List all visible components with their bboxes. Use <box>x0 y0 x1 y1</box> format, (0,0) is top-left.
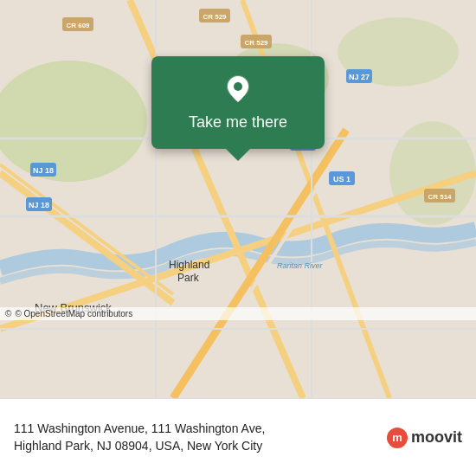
svg-text:US 1: US 1 <box>333 175 351 183</box>
address-text: 111 Washington Avenue, 111 Washington Av… <box>14 421 376 454</box>
moovit-text: moovit <box>411 428 462 447</box>
info-bar: 111 Washington Avenue, 111 Washington Av… <box>0 398 476 476</box>
svg-text:CR 529: CR 529 <box>244 39 268 47</box>
svg-text:NJ 18: NJ 18 <box>33 166 54 175</box>
svg-text:Highland: Highland <box>169 259 209 271</box>
copyright-icon: © <box>5 309 11 318</box>
svg-point-4 <box>389 121 476 225</box>
moovit-logo: m moovit <box>387 428 462 448</box>
svg-text:NJ 18: NJ 18 <box>29 201 49 209</box>
address-line1: 111 Washington Avenue, 111 Washington Av… <box>14 421 265 435</box>
svg-text:Raritan River: Raritan River <box>277 261 324 270</box>
popup-label: Take me there <box>189 113 287 132</box>
moovit-m-icon: m <box>387 428 408 448</box>
attribution-text: © OpenStreetMap contributors <box>15 309 132 318</box>
svg-text:NJ 27: NJ 27 <box>349 73 370 81</box>
svg-text:CR 609: CR 609 <box>66 22 90 29</box>
svg-point-40 <box>234 82 242 91</box>
map-container: NJ 18 NJ 18 CR 609 CR 529 CR 529 NJ 27 N… <box>0 0 476 398</box>
address-line2: Highland Park, NJ 08904, USA, New York C… <box>14 439 262 453</box>
svg-text:CR 529: CR 529 <box>203 13 227 21</box>
map-popup[interactable]: Take me there <box>151 56 325 149</box>
location-pin-icon <box>222 74 254 105</box>
svg-text:CR 514: CR 514 <box>428 193 452 201</box>
svg-text:Park: Park <box>177 272 200 284</box>
attribution-bar: © © OpenStreetMap contributors <box>0 307 476 320</box>
